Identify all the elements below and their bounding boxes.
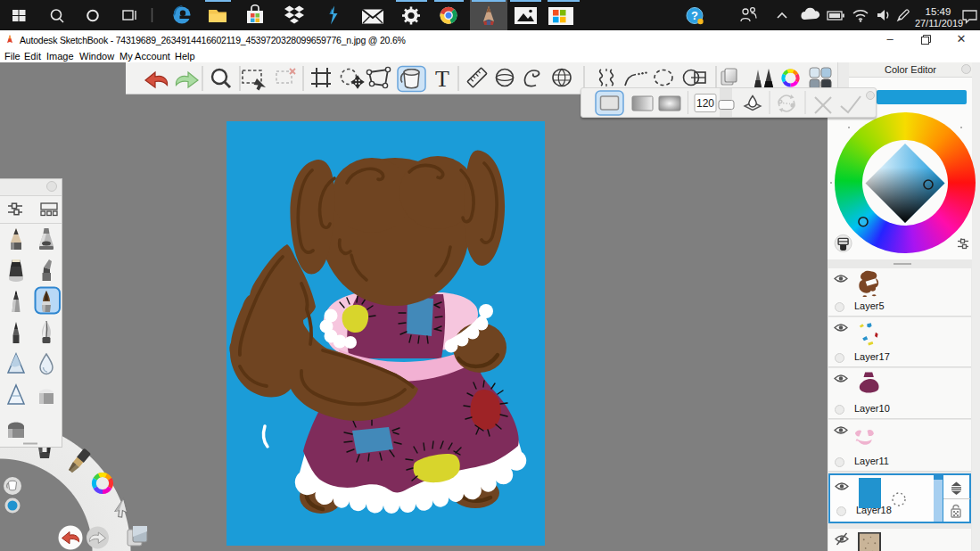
svg-text:120: 120 <box>696 97 714 110</box>
svg-text:T: T <box>435 66 449 92</box>
svg-text:15:49: 15:49 <box>926 6 951 17</box>
svg-text:?: ? <box>691 9 698 22</box>
svg-text:27/11/2019: 27/11/2019 <box>915 18 963 29</box>
